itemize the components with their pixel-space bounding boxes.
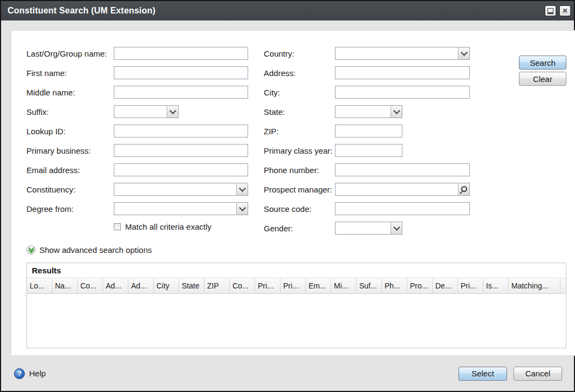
field-row-middle-name: Middle name: bbox=[26, 82, 248, 102]
results-column-header[interactable]: Pri... bbox=[255, 278, 280, 294]
constituent-search-dialog: Constituent Search (UM Extension) ✕ Last… bbox=[0, 0, 575, 392]
constituency-select-value bbox=[114, 183, 236, 195]
field-row-prospect-manager: Prospect manager: bbox=[264, 180, 470, 199]
chevron-down-icon bbox=[393, 224, 400, 231]
match-all-checkbox[interactable] bbox=[114, 223, 121, 230]
clear-button[interactable]: Clear bbox=[519, 72, 566, 86]
results-column-header-filler bbox=[560, 278, 566, 294]
prospect-manager-input[interactable] bbox=[336, 183, 458, 195]
field-label: Address: bbox=[264, 68, 335, 78]
address-input[interactable] bbox=[335, 66, 470, 79]
search-actions-column: Search Clear bbox=[519, 56, 566, 86]
advanced-search-label: Show advanced search options bbox=[39, 245, 152, 255]
email-address-input[interactable] bbox=[114, 163, 248, 176]
field-label: City: bbox=[264, 88, 335, 97]
country-select[interactable] bbox=[335, 47, 470, 60]
field-label: Degree from: bbox=[26, 204, 114, 214]
zip-input[interactable] bbox=[335, 125, 402, 137]
form-left-column: Last/Org/Group name: First name: Middle … bbox=[26, 44, 248, 235]
field-row-city: City: bbox=[264, 82, 470, 102]
constituency-dropdown-button[interactable] bbox=[236, 183, 248, 195]
degree-from-dropdown-button[interactable] bbox=[236, 203, 248, 215]
help-label: Help bbox=[29, 369, 46, 378]
gender-dropdown-button[interactable] bbox=[391, 222, 402, 234]
results-section: Results Lo... Na... Co... Ad... Ad... Ci… bbox=[26, 263, 566, 348]
chevron-down-icon bbox=[169, 107, 176, 114]
close-button[interactable]: ✕ bbox=[559, 5, 571, 16]
results-column-header[interactable]: Pro... bbox=[407, 278, 433, 294]
results-column-header[interactable]: Pri... bbox=[458, 278, 483, 294]
state-select[interactable] bbox=[335, 105, 402, 118]
results-column-header[interactable]: Ad... bbox=[128, 278, 154, 294]
gender-select-value bbox=[336, 222, 391, 234]
field-label: Middle name: bbox=[26, 88, 114, 97]
minimize-button[interactable] bbox=[545, 5, 556, 16]
results-column-header[interactable]: Is... bbox=[483, 278, 509, 294]
field-label: Primary class year: bbox=[264, 146, 335, 155]
source-code-input[interactable] bbox=[335, 202, 470, 215]
field-row-first-name: First name: bbox=[26, 63, 248, 82]
country-select-value bbox=[336, 47, 458, 59]
phone-number-input[interactable] bbox=[335, 163, 470, 176]
search-button[interactable]: Search bbox=[519, 56, 566, 70]
match-all-label: Match all criteria exactly bbox=[125, 222, 211, 231]
content-frame: Last/Org/Group name: First name: Middle … bbox=[1, 20, 574, 356]
field-row-phone-number: Phone number: bbox=[264, 160, 470, 180]
search-form: Last/Org/Group name: First name: Middle … bbox=[26, 44, 566, 238]
results-column-header[interactable]: Matching... bbox=[509, 278, 560, 294]
results-column-header[interactable]: ZIP bbox=[204, 278, 230, 294]
results-column-header[interactable]: Co... bbox=[78, 278, 103, 294]
field-label: First name: bbox=[26, 68, 114, 78]
results-column-header[interactable]: Ph... bbox=[382, 278, 407, 294]
field-label: Email address: bbox=[26, 166, 114, 175]
form-right-column: Country: Address: City: bbox=[264, 44, 470, 238]
last-org-group-name-input[interactable] bbox=[114, 47, 248, 60]
field-row-email-address: Email address: bbox=[26, 160, 248, 180]
field-label: Suffix: bbox=[26, 107, 114, 116]
field-label: Last/Org/Group name: bbox=[26, 49, 114, 58]
results-column-header[interactable]: Co... bbox=[230, 278, 255, 294]
prospect-manager-search-button[interactable] bbox=[458, 183, 469, 195]
field-label: ZIP: bbox=[264, 127, 335, 136]
state-dropdown-button[interactable] bbox=[391, 106, 402, 118]
field-label: Lookup ID: bbox=[26, 127, 114, 136]
middle-name-input[interactable] bbox=[114, 86, 248, 99]
cancel-button[interactable]: Cancel bbox=[514, 367, 562, 381]
field-row-last-org-group-name: Last/Org/Group name: bbox=[26, 44, 248, 63]
results-column-header[interactable]: Suf... bbox=[357, 278, 382, 294]
search-panel: Last/Org/Group name: First name: Middle … bbox=[11, 30, 575, 356]
match-all-criteria-row: Match all criteria exactly bbox=[26, 218, 248, 235]
show-advanced-search-options[interactable]: Show advanced search options bbox=[26, 243, 152, 256]
results-column-header[interactable]: Lo... bbox=[27, 278, 52, 294]
city-input[interactable] bbox=[335, 86, 470, 99]
field-label: Constituency: bbox=[26, 185, 114, 194]
lookup-id-input[interactable] bbox=[114, 125, 248, 137]
primary-business-input[interactable] bbox=[114, 144, 248, 157]
results-column-header[interactable]: Ad... bbox=[103, 278, 128, 294]
first-name-input[interactable] bbox=[114, 66, 248, 79]
results-column-header[interactable]: De... bbox=[433, 278, 458, 294]
field-label: Phone number: bbox=[264, 166, 335, 175]
state-select-value bbox=[336, 106, 391, 118]
country-dropdown-button[interactable] bbox=[458, 47, 469, 59]
degree-from-select[interactable] bbox=[114, 202, 248, 215]
field-row-suffix: Suffix: bbox=[26, 102, 248, 121]
gender-select[interactable] bbox=[335, 222, 402, 235]
constituency-select[interactable] bbox=[114, 183, 248, 196]
results-column-header[interactable]: Pri... bbox=[280, 278, 306, 294]
results-column-header[interactable]: City bbox=[154, 278, 179, 294]
suffix-dropdown-button[interactable] bbox=[167, 106, 178, 118]
results-column-header[interactable]: Em... bbox=[306, 278, 331, 294]
help-link[interactable]: ? Help bbox=[14, 368, 46, 379]
results-column-header[interactable]: State bbox=[179, 278, 204, 294]
results-list-empty[interactable] bbox=[27, 294, 566, 348]
field-label: Country: bbox=[264, 49, 335, 58]
field-label: Primary business: bbox=[26, 146, 114, 155]
field-row-source-code: Source code: bbox=[264, 199, 470, 218]
results-column-header[interactable]: Mi... bbox=[331, 278, 357, 294]
help-icon: ? bbox=[14, 368, 25, 379]
suffix-select[interactable] bbox=[114, 105, 179, 118]
results-column-header[interactable]: Na... bbox=[52, 278, 78, 294]
select-button[interactable]: Select bbox=[458, 367, 507, 381]
primary-class-year-input[interactable] bbox=[335, 144, 402, 157]
